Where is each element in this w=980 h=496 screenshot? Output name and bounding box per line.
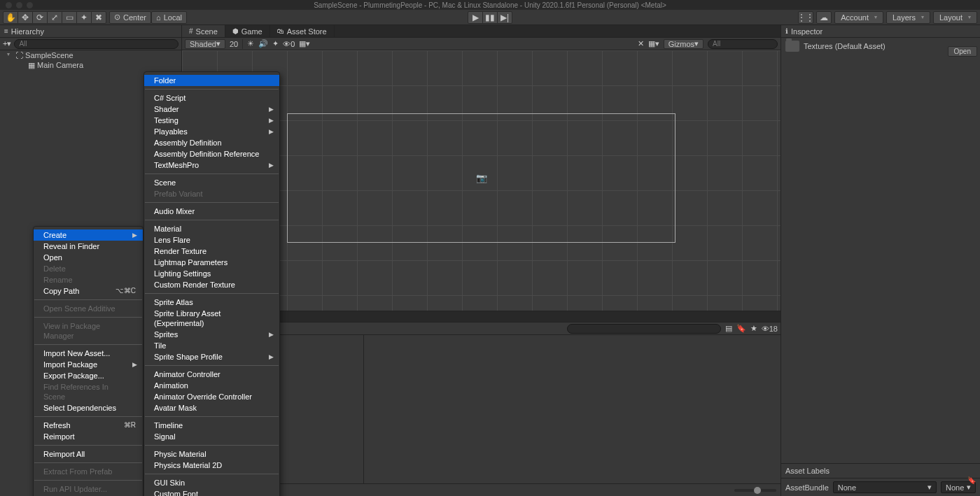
menu-item[interactable]: TextMeshPro▶ — [144, 160, 279, 171]
menu-item[interactable]: Physic Material — [144, 448, 279, 460]
menu-item[interactable]: Lens Flare — [144, 234, 279, 246]
hidden-count[interactable]: 👁18 — [762, 325, 778, 333]
traffic-light-max[interactable] — [27, 2, 33, 8]
space-toggle[interactable]: ⌂Local — [151, 11, 187, 24]
menu-item[interactable]: Import Package▶ — [34, 359, 143, 370]
menu-item[interactable]: Audio Mixer — [144, 206, 279, 217]
gizmos-dropdown[interactable]: Gizmos ▾ — [664, 39, 704, 49]
menu-item[interactable]: Sprites▶ — [144, 329, 279, 340]
menu-item[interactable]: Create▶ — [34, 229, 143, 241]
scene-search[interactable] — [708, 39, 778, 49]
scene-node[interactable]: ▾⛶ SampleScene — [0, 50, 181, 60]
menu-item[interactable]: Copy Path⌥⌘C — [34, 285, 143, 297]
layout-dropdown[interactable]: Layout — [933, 11, 977, 24]
hidden-icon[interactable]: 👁0 — [283, 40, 295, 48]
asset-title: Textures (Default Asset) — [804, 42, 886, 50]
hierarchy-header: +▾ — [0, 38, 181, 50]
inspector-tab[interactable]: ℹ Inspector — [781, 25, 980, 38]
tab-scene[interactable]: # Scene — [182, 25, 225, 37]
lighting-icon[interactable]: ☀ — [247, 39, 254, 48]
menu-item[interactable]: Scene — [144, 177, 279, 188]
project-content[interactable] — [364, 335, 780, 483]
hand-tool[interactable]: ✋ — [3, 11, 18, 24]
menu-item[interactable]: Lighting Settings — [144, 268, 279, 279]
menu-item[interactable]: Testing▶ — [144, 115, 279, 126]
menu-item[interactable]: Export Package... — [34, 370, 143, 381]
menu-item[interactable]: Avatar Mask — [144, 402, 279, 413]
label-icon[interactable]: 🔖 — [736, 324, 746, 333]
menu-item[interactable]: Reimport — [34, 431, 143, 442]
step-button[interactable]: ▶| — [497, 11, 512, 24]
star-icon[interactable]: ★ — [750, 324, 757, 333]
shading-mode[interactable]: Shaded ▾ — [185, 39, 225, 49]
collab-button[interactable]: ⋮⋮ — [798, 11, 813, 24]
camera-gizmo-icon[interactable]: 📷 — [476, 173, 487, 183]
menu-item: Run API Updater... — [34, 483, 143, 495]
center-icon: ⊙ — [114, 13, 120, 22]
menu-item: Open Scene Additive — [34, 303, 143, 314]
menu-item[interactable]: GUI Skin — [144, 477, 279, 488]
hierarchy-item-camera[interactable]: ▦ Main Camera — [0, 60, 181, 71]
pivot-toggle[interactable]: ⊙Center — [109, 11, 151, 24]
tag-icon[interactable]: 🔖 — [967, 476, 976, 484]
menu-item[interactable]: Animator Override Controller — [144, 391, 279, 402]
bundle-name-dropdown[interactable]: None▾ — [833, 481, 937, 493]
account-dropdown[interactable]: Account — [834, 11, 883, 24]
hierarchy-tab[interactable]: ≡ Hierarchy — [0, 25, 181, 38]
custom-tool[interactable]: ✖ — [91, 11, 106, 24]
menu-item[interactable]: Shader▶ — [144, 104, 279, 115]
menu-item[interactable]: Refresh⌘R — [34, 420, 143, 431]
filter-icon[interactable]: ▤ — [725, 324, 732, 333]
center-tabs: # Scene ⬢ Game 🛍 Asset Store — [182, 25, 780, 38]
transform-tool[interactable]: ✦ — [76, 11, 92, 24]
rotate-tool[interactable]: ⟳ — [32, 11, 48, 24]
menu-item[interactable]: Custom Render Texture — [144, 279, 279, 290]
menu-item[interactable]: Physics Material 2D — [144, 460, 279, 471]
menu-item[interactable]: Custom Font — [144, 488, 279, 496]
tool-icon[interactable]: ✕ — [638, 39, 644, 48]
audio-icon[interactable]: 🔊 — [258, 39, 268, 48]
traffic-light-min[interactable] — [16, 2, 22, 8]
fx-icon[interactable]: ✦ — [272, 39, 279, 48]
menu-item[interactable]: Material — [144, 223, 279, 234]
tab-game[interactable]: ⬢ Game — [225, 25, 270, 37]
layers-dropdown[interactable]: Layers — [886, 11, 930, 24]
menu-item[interactable]: Sprite Library Asset (Experimental) — [144, 308, 279, 329]
2d-toggle[interactable]: 20 — [230, 40, 238, 48]
menu-item[interactable]: Reimport All — [34, 448, 143, 460]
thumbnail-size-slider[interactable] — [734, 489, 776, 492]
project-search[interactable] — [567, 324, 721, 334]
services-button[interactable]: ☁ — [816, 11, 832, 24]
menu-item[interactable]: Sprite Atlas — [144, 297, 279, 308]
rect-tool[interactable]: ▭ — [62, 11, 77, 24]
hierarchy-search[interactable] — [14, 39, 178, 49]
add-icon[interactable]: +▾ — [3, 39, 11, 48]
menu-item[interactable]: Select Dependencies — [34, 402, 143, 413]
menu-item[interactable]: Playables▶ — [144, 126, 279, 137]
menu-item[interactable]: Animator Controller — [144, 369, 279, 380]
tab-asset-store[interactable]: 🛍 Asset Store — [270, 25, 335, 37]
menu-item[interactable]: Assembly Definition — [144, 137, 279, 148]
menu-item[interactable]: Import New Asset... — [34, 348, 143, 359]
play-button[interactable]: ▶ — [468, 11, 483, 24]
menu-item[interactable]: Timeline — [144, 420, 279, 431]
camera-icon[interactable]: ▦▾ — [648, 39, 659, 48]
open-button[interactable]: Open — [948, 46, 977, 57]
menu-item[interactable]: Lightmap Parameters — [144, 257, 279, 268]
menu-item[interactable]: Render Texture — [144, 246, 279, 257]
menu-item[interactable]: C# Script — [144, 92, 279, 104]
menu-item[interactable]: Open — [34, 252, 143, 263]
menu-item[interactable]: Animation — [144, 380, 279, 391]
grid-icon[interactable]: ▦▾ — [299, 39, 310, 48]
menu-item[interactable]: Signal — [144, 431, 279, 442]
menu-item[interactable]: Reveal in Finder — [34, 241, 143, 252]
menu-item[interactable]: Sprite Shape Profile▶ — [144, 351, 279, 362]
window-titlebar: SampleScene - PlummetingPeople - PC, Mac… — [0, 0, 980, 10]
move-tool[interactable]: ✥ — [18, 11, 33, 24]
menu-item[interactable]: Tile — [144, 340, 279, 351]
menu-item[interactable]: Assembly Definition Reference — [144, 148, 279, 160]
pause-button[interactable]: ▮▮ — [482, 11, 498, 24]
scale-tool[interactable]: ⤢ — [47, 11, 62, 24]
menu-item[interactable]: Folder — [144, 75, 279, 86]
traffic-light-close[interactable] — [6, 2, 12, 8]
